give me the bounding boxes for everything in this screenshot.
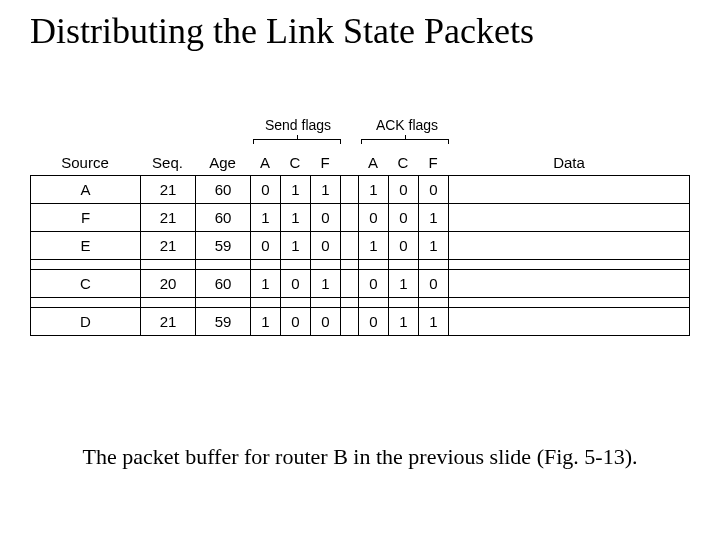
table-cell: 0 (251, 232, 281, 260)
table-cell: 0 (389, 232, 419, 260)
figure-caption: The packet buffer for router B in the pr… (0, 444, 720, 470)
table-cell: 0 (251, 176, 281, 204)
table-cell (449, 270, 690, 298)
table-row: C2060101010 (31, 270, 690, 298)
table-row: A2160011100 (31, 176, 690, 204)
table-cell: A (31, 176, 141, 204)
table-cell: 1 (389, 270, 419, 298)
table-cell: 0 (311, 204, 341, 232)
table-cell (449, 204, 690, 232)
table-header-row: Source Seq. Age A C F A C F Data (30, 125, 690, 175)
table-cell: 60 (196, 270, 251, 298)
table-cell (341, 308, 359, 336)
table-row: D2159100011 (31, 308, 690, 336)
table-row: F2160110001 (31, 204, 690, 232)
table-cell: 59 (196, 308, 251, 336)
packet-buffer-figure: Send flags ACK flags Source Seq. Age A C… (30, 125, 690, 336)
table-cell: 1 (419, 308, 449, 336)
table-cell (449, 308, 690, 336)
header-send-a: A (250, 154, 280, 175)
table-cell: 21 (141, 308, 196, 336)
table-cell: 60 (196, 204, 251, 232)
header-age: Age (195, 154, 250, 175)
table-cell: C (31, 270, 141, 298)
table-cell: 1 (281, 176, 311, 204)
table-cell: 21 (141, 176, 196, 204)
table-cell: 0 (389, 176, 419, 204)
table-cell (341, 204, 359, 232)
table-cell: 0 (281, 308, 311, 336)
table-cell: 1 (311, 270, 341, 298)
table-cell: 0 (419, 270, 449, 298)
header-send-c: C (280, 154, 310, 175)
table-cell: 1 (359, 232, 389, 260)
table-cell: D (31, 308, 141, 336)
table-row: E2159010101 (31, 232, 690, 260)
page-title: Distributing the Link State Packets (0, 0, 720, 52)
table-cell (449, 232, 690, 260)
table-cell: 0 (311, 308, 341, 336)
table-cell: 1 (251, 270, 281, 298)
header-data: Data (448, 154, 690, 175)
table-cell: 0 (359, 270, 389, 298)
packet-buffer-table: A2160011100F2160110001E2159010101C206010… (30, 175, 690, 336)
header-ack-c: C (388, 154, 418, 175)
table-cell: F (31, 204, 141, 232)
header-ack-a: A (358, 154, 388, 175)
table-cell: 1 (281, 232, 311, 260)
header-send-f: F (310, 154, 340, 175)
table-cell: 1 (251, 308, 281, 336)
table-cell (341, 176, 359, 204)
header-ack-f: F (418, 154, 448, 175)
table-cell: 0 (419, 176, 449, 204)
table-cell: 1 (311, 176, 341, 204)
table-cell: 0 (359, 308, 389, 336)
table-cell (449, 176, 690, 204)
table-cell: 1 (251, 204, 281, 232)
table-cell: 60 (196, 176, 251, 204)
table-cell: 0 (389, 204, 419, 232)
table-cell: E (31, 232, 141, 260)
table-spacer (31, 260, 690, 270)
table-cell: 20 (141, 270, 196, 298)
table-cell: 0 (281, 270, 311, 298)
table-cell: 0 (311, 232, 341, 260)
table-cell: 1 (419, 232, 449, 260)
table-cell: 1 (419, 204, 449, 232)
table-cell: 1 (359, 176, 389, 204)
table-cell (341, 270, 359, 298)
header-source: Source (30, 154, 140, 175)
table-cell: 59 (196, 232, 251, 260)
table-cell (341, 232, 359, 260)
header-seq: Seq. (140, 154, 195, 175)
table-cell: 21 (141, 204, 196, 232)
table-spacer (31, 298, 690, 308)
table-cell: 1 (281, 204, 311, 232)
table-cell: 21 (141, 232, 196, 260)
table-cell: 0 (359, 204, 389, 232)
table-cell: 1 (389, 308, 419, 336)
